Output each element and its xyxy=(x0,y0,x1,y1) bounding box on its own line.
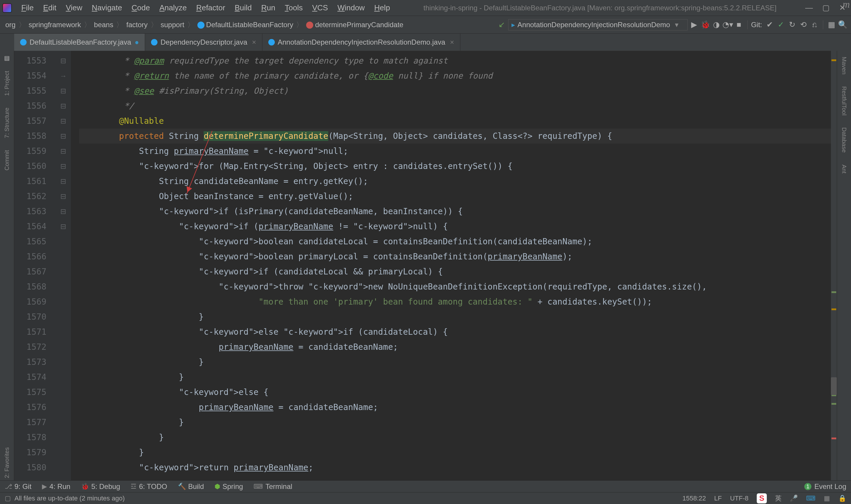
ime-indicator-icon[interactable]: S xyxy=(757,493,767,503)
close-icon[interactable]: × xyxy=(252,38,256,47)
side-ant[interactable]: Ant xyxy=(840,162,848,176)
scroll-thumb[interactable] xyxy=(831,377,837,395)
menu-vcs[interactable]: VCS xyxy=(307,2,332,14)
navigation-bar: org〉springframework〉beans〉factory〉suppor… xyxy=(0,16,851,34)
coverage-icon[interactable]: ◑ xyxy=(712,20,721,30)
maximize-icon[interactable]: ▢ xyxy=(822,3,830,13)
git-commit-icon[interactable]: ✔ xyxy=(765,20,775,30)
menu-navigate[interactable]: Navigate xyxy=(87,2,127,14)
minimize-icon[interactable]: — xyxy=(805,3,813,13)
side-restful[interactable]: RestfulTool xyxy=(840,84,848,118)
crumb-determineprimarycandidate[interactable]: determinePrimaryCandidate xyxy=(304,20,405,30)
menu-help[interactable]: Help xyxy=(369,2,395,14)
status-message: All files are up-to-date (2 minutes ago) xyxy=(15,494,125,502)
scroll-track[interactable] xyxy=(831,51,837,480)
menu-window[interactable]: Window xyxy=(333,2,369,14)
menu-code[interactable]: Code xyxy=(127,2,155,14)
maven-m-icon: m xyxy=(843,0,850,10)
status-bar: ▢ All files are up-to-date (2 minutes ag… xyxy=(0,492,851,504)
structure-icon[interactable]: ▦ xyxy=(827,20,836,30)
git-history-icon[interactable]: ⟲ xyxy=(799,20,808,30)
tw-run[interactable]: ▶4: Run xyxy=(42,482,70,491)
editor-tabbar: DefaultListableBeanFactory.java●Dependen… xyxy=(0,34,851,51)
nav-back-icon[interactable]: ↙ xyxy=(497,20,506,30)
code-area[interactable]: * @param requiredType the target depende… xyxy=(71,51,837,480)
crumb-springframework[interactable]: springframework xyxy=(27,20,83,30)
tw-terminal[interactable]: ⌨Terminal xyxy=(254,482,292,491)
main-area: ▤ 1: Project 7: Structure Commit 2: Favo… xyxy=(0,51,851,480)
side-structure[interactable]: 7: Structure xyxy=(3,105,11,140)
tw-git[interactable]: ⎇9: Git xyxy=(5,482,31,491)
encoding[interactable]: UTF-8 xyxy=(730,494,748,502)
side-commit[interactable]: Commit xyxy=(3,148,11,173)
profile-icon[interactable]: ◔▾ xyxy=(723,20,732,30)
breadcrumb: org〉springframework〉beans〉factory〉suppor… xyxy=(3,20,405,30)
close-icon[interactable]: × xyxy=(450,38,454,47)
event-badge: 1 xyxy=(804,483,811,490)
run-config-combo[interactable]: ▸ AnnotationDependencyInjectionResolutio… xyxy=(508,19,687,31)
tab-annotationdependencyinjectionresolutiondemo-java[interactable]: AnnotationDependencyInjectionResolutionD… xyxy=(262,34,460,51)
tab-defaultlistablebeanfactory-java[interactable]: DefaultListableBeanFactory.java● xyxy=(14,34,145,51)
menu-refactor[interactable]: Refactor xyxy=(192,2,230,14)
git-push-icon[interactable]: ✓ xyxy=(776,20,786,30)
tray-lock-icon[interactable]: 🔒 xyxy=(838,494,846,502)
menu-analyze[interactable]: Analyze xyxy=(155,2,192,14)
git-update-icon[interactable]: ↻ xyxy=(787,20,797,30)
window-title: thinking-in-spring - DefaultListableBean… xyxy=(395,4,805,12)
tw-debug[interactable]: 🐞5: Debug xyxy=(81,482,120,491)
app-logo-icon xyxy=(2,3,12,13)
line-numbers: 1553155415551556155715581559156015611562… xyxy=(14,51,56,480)
tray-grid-icon[interactable]: ▦ xyxy=(824,494,830,502)
class-icon xyxy=(151,39,158,46)
crumb-support[interactable]: support xyxy=(159,20,186,30)
side-maven[interactable]: Maven xyxy=(840,54,848,77)
crumb-factory[interactable]: factory xyxy=(124,20,149,30)
run-config-label: AnnotationDependencyInjectionResolutionD… xyxy=(518,21,670,29)
right-tool-strip: Maven RestfulTool Database Ant xyxy=(837,51,851,480)
tray-kb-icon[interactable]: ⌨ xyxy=(806,494,816,502)
git-label: Git: xyxy=(751,21,762,29)
run-icon[interactable]: ▶ xyxy=(689,20,699,30)
side-database[interactable]: Database xyxy=(840,125,848,155)
tw-spring[interactable]: ⬢Spring xyxy=(215,482,243,491)
line-sep[interactable]: LF xyxy=(714,494,722,502)
menu-items: FileEditViewNavigateCodeAnalyzeRefactorB… xyxy=(17,2,395,14)
tray-mic-icon[interactable]: 🎤 xyxy=(790,494,798,502)
menu-build[interactable]: Build xyxy=(230,2,256,14)
menu-edit[interactable]: Edit xyxy=(38,2,61,14)
stop-icon[interactable]: ■ xyxy=(734,20,744,30)
class-icon xyxy=(268,39,275,46)
menu-file[interactable]: File xyxy=(17,2,38,14)
left-tool-strip: ▤ 1: Project 7: Structure Commit 2: Favo… xyxy=(0,51,14,480)
search-icon[interactable]: 🔍 xyxy=(838,20,848,30)
debug-icon[interactable]: 🐞 xyxy=(701,20,710,30)
tw-todo[interactable]: ☲6: TODO xyxy=(131,482,167,491)
menu-run[interactable]: Run xyxy=(256,2,280,14)
tw-build[interactable]: 🔨Build xyxy=(178,482,204,491)
side-project[interactable]: 1: Project xyxy=(3,69,11,98)
caret-pos: 1558:22 xyxy=(682,494,706,502)
gutter-marks: ⊟→⊟⊟⊟⊟⊟⊟⊟⊟⊟⊟ xyxy=(56,51,71,480)
menu-view[interactable]: View xyxy=(61,2,87,14)
ime-lang[interactable]: 英 xyxy=(775,494,782,503)
bottom-tool-bar: ⎇9: Git ▶4: Run 🐞5: Debug ☲6: TODO 🔨Buil… xyxy=(0,480,851,492)
project-side-icon[interactable]: ▤ xyxy=(4,54,10,61)
tab-dependencydescriptor-java[interactable]: DependencyDescriptor.java× xyxy=(145,34,262,51)
editor[interactable]: 1553155415551556155715581559156015611562… xyxy=(14,51,837,480)
menu-tools[interactable]: Tools xyxy=(280,2,308,14)
status-disk-icon: ▢ xyxy=(5,494,11,502)
git-revert-icon[interactable]: ⎌ xyxy=(810,20,819,30)
side-favorites[interactable]: 2: Favorites xyxy=(3,445,11,480)
crumb-defaultlistablebeanfactory[interactable]: DefaultListableBeanFactory xyxy=(196,20,295,30)
crumb-beans[interactable]: beans xyxy=(92,20,115,30)
event-log-button[interactable]: Event Log xyxy=(814,482,846,491)
crumb-org[interactable]: org xyxy=(3,20,17,30)
menu-bar: FileEditViewNavigateCodeAnalyzeRefactorB… xyxy=(0,0,851,16)
window-controls: — ▢ ✕ xyxy=(805,3,849,13)
class-icon xyxy=(20,39,26,46)
